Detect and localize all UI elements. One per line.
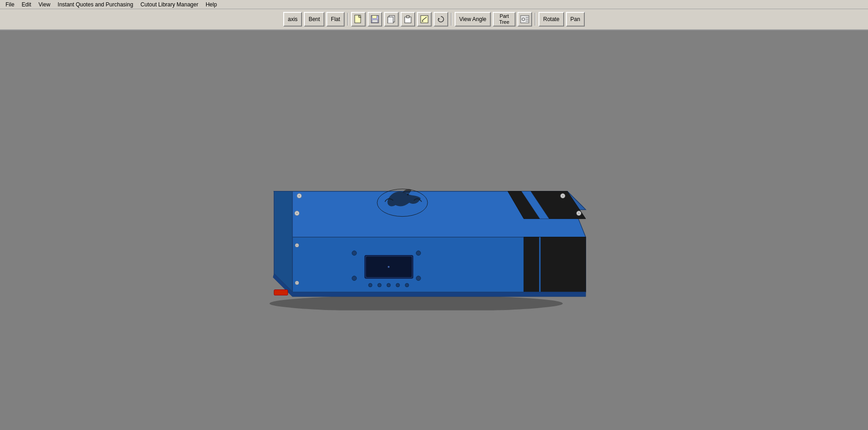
flat-button[interactable]: Flat [326,12,345,27]
part-tree-label-tree: Tree [499,19,509,25]
svg-rect-8 [407,16,409,18]
svg-marker-12 [438,18,440,20]
new-icon-button[interactable] [351,12,366,27]
svg-point-49 [352,250,357,255]
3d-model-svg [237,163,595,310]
paste-icon [404,15,412,23]
save-icon-button[interactable] [368,12,382,27]
menu-view[interactable]: View [35,0,54,9]
menu-file[interactable]: File [2,0,18,9]
new-file-icon [354,15,363,24]
settings-icon-button[interactable] [517,12,532,27]
svg-point-52 [416,276,421,280]
svg-point-18 [269,295,563,310]
svg-rect-28 [274,289,288,295]
viewport[interactable] [0,30,868,430]
svg-point-56 [368,283,372,287]
copy-icon [387,15,396,23]
svg-rect-4 [372,20,378,22]
settings-icon [520,15,529,23]
edit-icon-button[interactable] [417,12,432,27]
refresh-icon-button[interactable] [434,12,448,27]
menu-cutout-library[interactable]: Cutout Library Manager [137,0,202,9]
svg-point-60 [405,283,409,287]
svg-point-50 [416,250,421,255]
axis-button[interactable]: axis [283,12,302,27]
svg-point-57 [378,283,381,287]
toolbar: axis Bent Flat [0,9,868,30]
menu-instant-quotes[interactable]: Instant Quotes and Purchasing [54,0,137,9]
save-icon [371,15,379,23]
bent-button[interactable]: Bent [304,12,324,27]
paste-icon-button[interactable] [401,12,415,27]
svg-point-58 [387,283,390,287]
toolbar-separator-3 [535,13,536,26]
copy-icon-button[interactable] [384,12,399,27]
svg-rect-3 [372,16,377,18]
toolbar-separator-2 [451,13,452,26]
view-angle-button[interactable]: View Angle [455,12,491,27]
svg-point-59 [396,283,400,287]
rotate-button[interactable]: Rotate [538,12,564,27]
edit-icon [420,15,429,23]
part-tree-button[interactable]: Part Tree [493,12,516,27]
svg-point-48 [407,193,409,195]
pan-button[interactable]: Pan [566,12,585,27]
menu-bar: File Edit View Instant Quotes and Purcha… [0,0,868,9]
refresh-icon [437,15,445,23]
svg-point-55 [388,266,390,267]
svg-marker-24 [524,237,586,292]
svg-point-51 [352,276,357,280]
model-container [237,163,595,311]
menu-help[interactable]: Help [202,0,221,9]
menu-edit[interactable]: Edit [18,0,35,9]
part-tree-label-part: Part [500,13,509,19]
toolbar-separator-1 [347,13,348,26]
svg-rect-6 [388,17,393,23]
